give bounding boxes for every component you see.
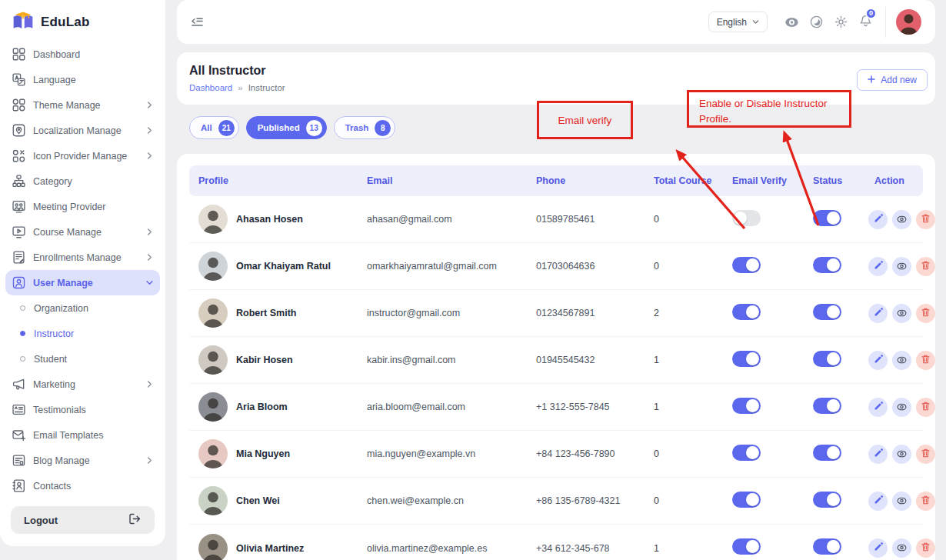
email-verify-toggle[interactable] (732, 398, 761, 414)
filter-trash[interactable]: Trash 8 (334, 116, 396, 139)
sidebar-item-marketing[interactable]: Marketing (5, 372, 160, 397)
email-verify-toggle[interactable] (732, 210, 761, 226)
edit-button[interactable] (868, 445, 888, 464)
delete-button[interactable] (916, 351, 935, 370)
breadcrumb-current: Instructor (248, 83, 285, 92)
localization-icon (12, 124, 25, 137)
language-selected: English (717, 17, 747, 28)
add-new-button[interactable]: Add new (857, 69, 928, 91)
column-phone: Phone (527, 175, 645, 186)
total-course-count: 0 (645, 214, 723, 225)
instructor-avatar (198, 392, 228, 422)
email-verify-toggle[interactable] (732, 351, 761, 367)
email-templates-icon (12, 428, 25, 442)
view-button[interactable] (892, 351, 911, 370)
email-verify-toggle[interactable] (732, 257, 761, 273)
logout-icon (129, 513, 142, 527)
view-button[interactable] (892, 304, 911, 323)
delete-button[interactable] (916, 257, 935, 276)
notification-bell-icon[interactable]: 0 (853, 14, 878, 31)
sidebar-subitem-instructor[interactable]: Instructor (0, 321, 165, 346)
sidebar-item-enrollments-manage[interactable]: Enrollments Manage (5, 245, 160, 270)
theme-icon (12, 98, 25, 112)
breadcrumb-dashboard[interactable]: Dashboard (189, 83, 232, 92)
view-button[interactable] (892, 210, 911, 229)
settings-gear-icon[interactable] (828, 15, 853, 28)
table-row: Robert Smithinstructor@gmail.com01234567… (189, 290, 923, 337)
eye-icon (897, 542, 907, 554)
instructor-phone: +1 312-555-7845 (527, 402, 645, 412)
status-toggle[interactable] (813, 398, 841, 414)
email-verify-toggle[interactable] (732, 304, 761, 320)
edit-button[interactable] (868, 351, 888, 370)
view-button[interactable] (892, 492, 911, 511)
total-course-count: 0 (645, 261, 723, 272)
sidebar-item-dashboard[interactable]: Dashboard (5, 42, 160, 67)
status-toggle[interactable] (813, 492, 841, 508)
edit-button[interactable] (868, 210, 888, 229)
brand-logo[interactable]: EduLab (12, 10, 90, 35)
sidebar-item-blog-manage[interactable]: Blog Manage (5, 448, 160, 473)
sidebar-item-email-templates[interactable]: Email Templates (5, 422, 160, 448)
delete-button[interactable] (916, 304, 935, 323)
row-actions (865, 538, 940, 558)
category-icon (12, 175, 25, 188)
sidebar-item-icon-provider-manage[interactable]: Icon Provider Manage (5, 143, 160, 168)
email-verify-toggle[interactable] (732, 445, 761, 461)
delete-button[interactable] (916, 538, 935, 558)
logout-button[interactable]: Logout (11, 506, 155, 534)
total-course-count: 1 (645, 543, 723, 554)
edit-button[interactable] (868, 538, 888, 558)
status-toggle[interactable] (813, 257, 841, 273)
pencil-icon (874, 448, 883, 460)
delete-button[interactable] (916, 492, 935, 511)
view-button[interactable] (892, 398, 911, 417)
instructor-name: Chen Wei (236, 495, 280, 506)
sidebar-collapse-icon[interactable] (191, 17, 204, 28)
view-button[interactable] (892, 538, 911, 558)
sidebar-subitem-organization[interactable]: Organization (0, 295, 165, 321)
language-select[interactable]: English (708, 12, 768, 32)
status-toggle[interactable] (813, 304, 841, 320)
sidebar-item-contacts[interactable]: Contacts (5, 473, 160, 495)
filter-all[interactable]: All 21 (189, 116, 239, 139)
sidebar-item-user-manage[interactable]: User Manage (5, 270, 160, 295)
sidebar-item-language[interactable]: Language (5, 67, 160, 92)
language-icon (12, 73, 25, 86)
view-button[interactable] (892, 257, 911, 276)
eye-icon (897, 448, 907, 460)
edit-button[interactable] (868, 304, 888, 323)
delete-button[interactable] (916, 445, 935, 464)
user-avatar[interactable] (896, 9, 921, 35)
dark-mode-moon-icon[interactable] (804, 15, 828, 28)
sidebar-item-course-manage[interactable]: Course Manage (5, 219, 160, 245)
email-verify-toggle[interactable] (732, 538, 761, 555)
instructor-email: mia.nguyen@example.vn (358, 448, 527, 459)
delete-button[interactable] (916, 398, 935, 417)
sidebar-item-label: Icon Provider Manage (33, 151, 127, 162)
status-toggle[interactable] (813, 210, 841, 226)
sidebar-item-theme-manage[interactable]: Theme Manage (5, 92, 160, 118)
sidebar-item-category[interactable]: Category (5, 168, 160, 194)
status-toggle[interactable] (813, 351, 841, 367)
sidebar-item-meeting-provider[interactable]: Meeting Provider (5, 194, 160, 219)
eye-icon[interactable] (779, 17, 804, 28)
filter-published[interactable]: Published 13 (246, 116, 327, 139)
instructor-avatar (198, 439, 228, 468)
view-button[interactable] (892, 445, 911, 464)
sidebar-subitem-student[interactable]: Student (0, 346, 165, 372)
sidebar-item-testimonials[interactable]: Testimonials (5, 397, 160, 422)
row-actions (865, 210, 940, 229)
status-toggle[interactable] (813, 538, 841, 555)
instructor-phone: +34 612-345-678 (527, 543, 645, 554)
instructor-email: instructor@gmail.com (358, 308, 527, 318)
sidebar-item-localization-manage[interactable]: Localization Manage (5, 118, 160, 143)
edit-button[interactable] (868, 492, 888, 511)
eye-icon (897, 495, 907, 507)
bullet-icon (20, 305, 25, 311)
edit-button[interactable] (868, 398, 888, 417)
edit-button[interactable] (868, 257, 888, 276)
email-verify-toggle[interactable] (732, 492, 761, 508)
delete-button[interactable] (916, 210, 935, 229)
status-toggle[interactable] (813, 445, 841, 461)
